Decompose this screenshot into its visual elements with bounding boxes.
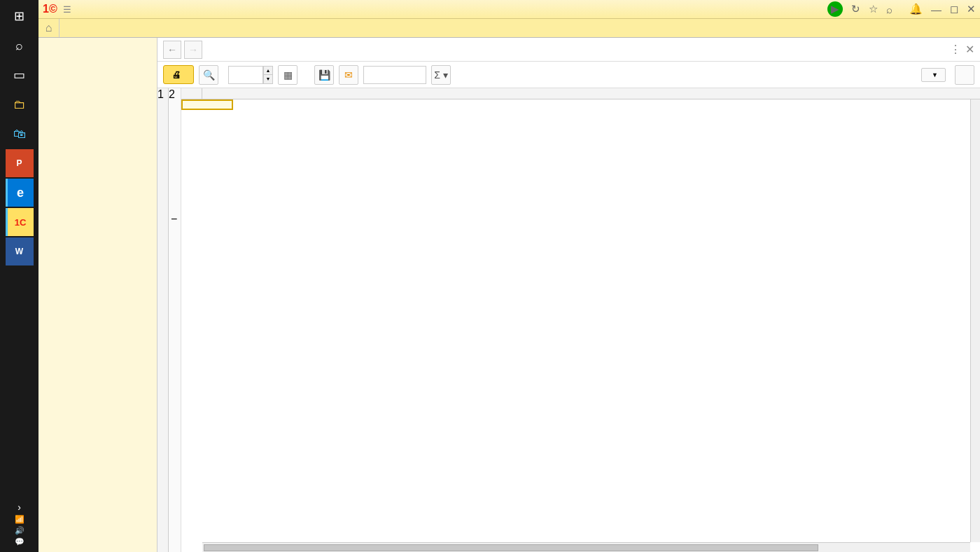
chevron-down-icon: ▼ bbox=[932, 71, 938, 78]
notifications-icon[interactable]: 🔔 bbox=[909, 3, 923, 15]
minimize-icon[interactable]: — bbox=[931, 4, 941, 15]
tray-notifications-icon[interactable]: 💬 bbox=[15, 537, 24, 546]
copies-spinner[interactable]: ▲▼ bbox=[263, 66, 273, 84]
vertical-scrollbar[interactable] bbox=[970, 99, 980, 542]
horizontal-scrollbar[interactable] bbox=[202, 542, 970, 552]
windows-taskbar: ⊞ ⌕ ▭ 🗀 🛍 P e 1C W › 📶 🔊 💬 bbox=[0, 0, 38, 552]
document-header: ← → ⋮ ✕ bbox=[158, 38, 980, 62]
tray-network-icon[interactable]: 📶 bbox=[15, 515, 24, 524]
sheet-grid[interactable] bbox=[181, 88, 980, 552]
close-document-icon[interactable]: ✕ bbox=[965, 43, 974, 56]
search-icon[interactable]: ⌕ bbox=[886, 4, 892, 15]
print-button[interactable]: 🖨 bbox=[163, 65, 194, 84]
taskview-icon[interactable]: ▭ bbox=[6, 61, 34, 89]
sidebar bbox=[38, 38, 158, 552]
home-tab[interactable]: ⌂ bbox=[38, 19, 59, 37]
preview-button[interactable]: 🔍 bbox=[199, 65, 218, 85]
tray-expand-icon[interactable]: › bbox=[15, 502, 24, 513]
outline-gutter: 2 − bbox=[169, 88, 181, 552]
selected-cell[interactable] bbox=[181, 99, 233, 110]
explorer-icon[interactable]: 🗀 bbox=[6, 90, 34, 118]
email-button[interactable]: ✉ bbox=[339, 65, 358, 85]
close-icon[interactable]: ✕ bbox=[967, 3, 976, 15]
start-button[interactable]: ⊞ bbox=[6, 2, 34, 30]
maximize-icon[interactable]: ◻ bbox=[950, 3, 958, 15]
edge-icon[interactable]: e bbox=[6, 179, 34, 207]
word-icon[interactable]: W bbox=[6, 237, 34, 265]
content-area: ← → ⋮ ✕ 🖨 🔍 ▲▼ ▦ 💾 ✉ bbox=[158, 38, 980, 552]
help-button[interactable] bbox=[955, 65, 974, 85]
toolbar: 🖨 🔍 ▲▼ ▦ 💾 ✉ Σ ▾ ▼ bbox=[158, 62, 980, 88]
history-icon[interactable]: ↻ bbox=[851, 3, 860, 15]
sum-button[interactable]: Σ ▾ bbox=[431, 65, 451, 85]
outline-level-2b[interactable]: 2 bbox=[169, 88, 175, 99]
sheet-body[interactable] bbox=[181, 99, 980, 534]
collapse-icon[interactable]: − bbox=[171, 213, 177, 226]
tray: › 📶 🔊 💬 bbox=[15, 499, 24, 552]
main-menu-icon[interactable]: ☰ bbox=[63, 4, 71, 15]
save-button[interactable]: 💾 bbox=[314, 65, 334, 85]
grid-settings-button[interactable]: ▦ bbox=[278, 65, 298, 85]
tray-volume-icon[interactable]: 🔊 bbox=[15, 526, 24, 535]
tab-bar: ⌂ bbox=[38, 19, 980, 38]
column-headers bbox=[202, 88, 980, 99]
copies-input[interactable] bbox=[228, 66, 263, 84]
store-icon[interactable]: 🛍 bbox=[6, 120, 34, 148]
forward-button[interactable]: → bbox=[184, 41, 202, 59]
outline-level-1[interactable]: 1 bbox=[158, 88, 164, 99]
titlebar: 1© ☰ ▶ ↻ ☆ ⌕ 🔔 — ◻ ✕ bbox=[38, 0, 980, 19]
more-button[interactable]: ▼ bbox=[921, 68, 946, 82]
powerpoint-icon[interactable]: P bbox=[6, 149, 34, 177]
star-icon[interactable]: ☆ bbox=[869, 3, 878, 15]
kebab-menu-icon[interactable]: ⋮ bbox=[950, 43, 961, 56]
printer-icon: 🖨 bbox=[172, 69, 181, 80]
search-icon[interactable]: ⌕ bbox=[6, 32, 34, 60]
back-button[interactable]: ← bbox=[163, 41, 181, 59]
numeric-input[interactable] bbox=[363, 66, 426, 84]
outline-level-gutter: 12 bbox=[158, 88, 169, 552]
spreadsheet: 12 2 − bbox=[158, 88, 980, 552]
app-window: 1© ☰ ▶ ↻ ☆ ⌕ 🔔 — ◻ ✕ ⌂ ← → ⋮ ✕ bbox=[38, 0, 980, 552]
1c-icon[interactable]: 1C bbox=[6, 208, 34, 236]
play-icon[interactable]: ▶ bbox=[827, 1, 843, 17]
app-logo: 1© bbox=[43, 3, 57, 15]
